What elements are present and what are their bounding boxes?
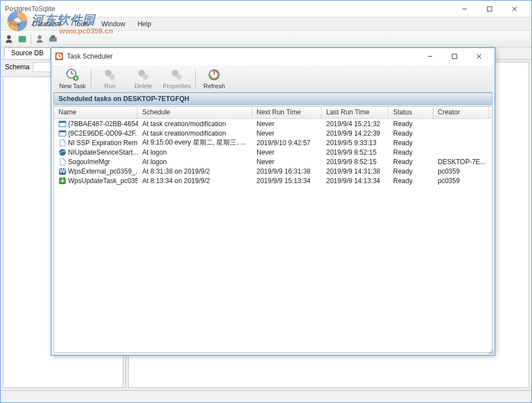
svg-rect-14 bbox=[452, 54, 457, 59]
col-status[interactable]: Status bbox=[389, 107, 433, 118]
cell-next: Never bbox=[252, 158, 322, 166]
new-task-button[interactable]: New Task bbox=[56, 65, 89, 92]
menu-database[interactable]: Database bbox=[27, 19, 66, 29]
run-label: Run bbox=[104, 83, 115, 89]
cell-next: 2019/9/10 9:42:57 bbox=[252, 139, 322, 147]
cell-name: {9C2E96DE-0D09-42F... bbox=[54, 129, 138, 137]
cell-status: Ready bbox=[389, 139, 433, 147]
table-row[interactable]: WpsUpdateTask_pc0359At 8:13:34 on 2019/9… bbox=[54, 176, 492, 185]
list-body: {7BBAE487-02BB-4654...At task creation/m… bbox=[54, 119, 492, 185]
table-row[interactable]: NI SSP Expiration Remi...At 9:15:00 ever… bbox=[54, 138, 492, 147]
svg-rect-7 bbox=[49, 37, 57, 41]
menu-help[interactable]: Help bbox=[132, 19, 157, 29]
col-last[interactable]: Last Run Time bbox=[322, 107, 389, 118]
minimize-button[interactable] bbox=[452, 1, 477, 17]
cell-last: 2019/9/9 14:22:39 bbox=[322, 129, 389, 137]
cell-status: Ready bbox=[389, 177, 433, 185]
maximize-button[interactable] bbox=[477, 1, 502, 17]
dialog-toolbar: New Task Run Delete Properties Refresh bbox=[54, 65, 492, 93]
delete-label: Delete bbox=[134, 83, 152, 89]
toolbar-icon-4[interactable] bbox=[48, 34, 58, 44]
tab-source-db[interactable]: Source DB bbox=[4, 47, 51, 59]
close-button[interactable] bbox=[502, 1, 527, 17]
toolbar-separator bbox=[195, 69, 196, 89]
dialog-window-controls bbox=[418, 49, 491, 64]
dialog-maximize-button[interactable] bbox=[442, 49, 467, 64]
dialog-header: Scheduled tasks on DESKTOP-7ETGFQH bbox=[54, 93, 492, 105]
run-button: Run bbox=[93, 65, 127, 92]
menu-tools[interactable]: Tools bbox=[68, 19, 95, 29]
dialog-title: Task Scheduler bbox=[67, 52, 113, 60]
col-schedule[interactable]: Schedule bbox=[138, 107, 252, 118]
main-toolbar bbox=[1, 31, 531, 47]
svg-point-26 bbox=[143, 74, 148, 80]
svg-point-28 bbox=[176, 74, 182, 80]
col-creator[interactable]: Creator bbox=[433, 107, 489, 118]
table-row[interactable]: WWpsExternal_pc0359_...At 8:31:38 on 201… bbox=[54, 166, 492, 176]
dialog-titlebar: Task Scheduler bbox=[51, 48, 495, 65]
svg-point-6 bbox=[38, 35, 42, 39]
cell-next: 2019/9/9 16:31:38 bbox=[252, 167, 322, 175]
toolbar-icon-3[interactable] bbox=[35, 34, 45, 44]
cell-schedule: At task creation/modification bbox=[138, 120, 252, 128]
new-task-label: New Task bbox=[59, 83, 85, 89]
cell-name: WpsUpdateTask_pc0359 bbox=[54, 177, 138, 185]
toolbar-separator bbox=[91, 69, 91, 89]
properties-button: Properties bbox=[160, 65, 194, 92]
gears-properties-icon bbox=[170, 68, 183, 81]
toolbar-icon-2[interactable] bbox=[17, 34, 27, 44]
cell-next: 2019/9/9 15:13:34 bbox=[252, 177, 322, 185]
cell-status: Ready bbox=[389, 167, 433, 175]
delete-button: Delete bbox=[127, 65, 160, 92]
cell-last: 2019/9/9 14:31:38 bbox=[322, 167, 389, 175]
cell-schedule: At logon bbox=[138, 158, 252, 166]
task-scheduler-dialog: Task Scheduler New Task Run Delete Prope… bbox=[51, 47, 495, 356]
main-titlebar: PostgresToSqlite bbox=[1, 1, 531, 17]
cell-next: Never bbox=[252, 120, 322, 128]
cell-schedule: At 8:31:38 on 2019/9/2 bbox=[138, 167, 252, 175]
svg-point-4 bbox=[7, 35, 11, 39]
cell-status: Ready bbox=[389, 148, 433, 156]
main-menubar: File Database Tools Window Help bbox=[1, 17, 531, 31]
task-list[interactable]: Name Schedule Next Run Time Last Run Tim… bbox=[54, 106, 492, 353]
list-header: Name Schedule Next Run Time Last Run Tim… bbox=[54, 107, 492, 119]
refresh-button[interactable]: Refresh bbox=[197, 65, 231, 92]
col-next[interactable]: Next Run Time bbox=[252, 107, 322, 118]
dialog-minimize-button[interactable] bbox=[418, 49, 442, 64]
cell-name: NI SSP Expiration Remi... bbox=[54, 139, 138, 147]
cell-next: Never bbox=[252, 148, 322, 156]
cell-name: SogouImeMgr bbox=[54, 158, 138, 166]
cell-last: 2019/9/4 15:21:32 bbox=[322, 120, 389, 128]
cell-status: Ready bbox=[389, 129, 433, 137]
menu-window[interactable]: Window bbox=[96, 19, 131, 29]
cell-schedule: At 8:13:34 on 2019/9/2 bbox=[138, 177, 252, 185]
main-statusbar bbox=[1, 390, 531, 402]
cell-creator: DESKTOP-7E... bbox=[433, 158, 489, 166]
refresh-label: Refresh bbox=[204, 83, 225, 89]
table-row[interactable]: {9C2E96DE-0D09-42F...At task creation/mo… bbox=[54, 128, 492, 138]
menu-file[interactable]: File bbox=[4, 19, 26, 29]
cell-schedule: At task creation/modification bbox=[138, 129, 252, 137]
toolbar-icon-1[interactable] bbox=[4, 34, 14, 44]
svg-point-24 bbox=[109, 74, 115, 80]
clock-plus-icon bbox=[66, 68, 79, 81]
dialog-close-button[interactable] bbox=[467, 49, 491, 64]
table-row[interactable]: SogouImeMgrAt logonNever2019/9/9 8:52:15… bbox=[54, 157, 492, 166]
svg-rect-1 bbox=[487, 7, 492, 11]
properties-label: Properties bbox=[163, 83, 191, 89]
col-name[interactable]: Name bbox=[54, 107, 138, 118]
main-title: PostgresToSqlite bbox=[5, 5, 55, 13]
dialog-app-icon bbox=[55, 52, 64, 61]
cell-schedule: At 9:15:00 every 星期二, 星期三, ... bbox=[138, 138, 252, 147]
svg-point-36 bbox=[59, 149, 66, 156]
cell-name: WWpsExternal_pc0359_... bbox=[54, 167, 138, 175]
gears-run-icon bbox=[103, 68, 117, 81]
gears-delete-icon bbox=[137, 68, 150, 81]
resize-grip[interactable] bbox=[487, 347, 494, 354]
clock-refresh-icon bbox=[207, 68, 221, 81]
cell-next: Never bbox=[252, 129, 322, 137]
table-row[interactable]: {7BBAE487-02BB-4654...At task creation/m… bbox=[54, 119, 492, 128]
cell-last: 2019/9/9 8:52:15 bbox=[322, 148, 389, 156]
cell-creator: pc0359 bbox=[433, 167, 489, 175]
table-row[interactable]: NIUpdateServiceStart...At logonNever2019… bbox=[54, 147, 492, 157]
